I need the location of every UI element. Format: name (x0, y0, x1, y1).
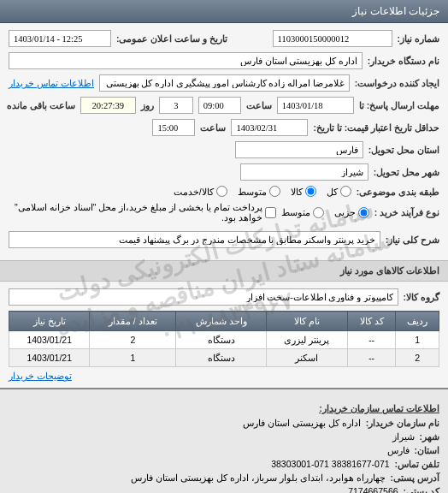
goods-group-label: گروه کالا: (404, 292, 439, 302)
requester-label: ایجاد کننده درخواست: (355, 78, 439, 88)
response-time-label: ساعت (246, 100, 272, 110)
time-left-unit: ساعت باقی مانده (7, 100, 75, 110)
response-time-input[interactable] (198, 97, 241, 114)
radio-medium[interactable]: متوسط (238, 186, 280, 197)
contact-title: اطلاعات تماس سازمان خریدار: (9, 403, 439, 414)
price-validity-time-label: ساعت (200, 122, 226, 133)
panel-header: جزئیات اطلاعات نیاز (0, 0, 448, 23)
price-validity-date-input[interactable] (231, 119, 308, 136)
need-summary-input[interactable] (9, 231, 380, 248)
address-label: آدرس پستی: (391, 472, 439, 483)
goods-section-title: اطلاعات کالاهای مورد نیاز (0, 260, 448, 282)
need-number-label: شماره نیاز: (398, 33, 439, 44)
city-label: شهر: (420, 431, 440, 442)
response-deadline-label: مهلت ارسال پاسخ: تا (359, 100, 439, 110)
city-value: شیراز (392, 431, 415, 442)
requester-input[interactable] (99, 74, 350, 92)
radio-goods[interactable]: کالا (291, 186, 316, 197)
treasury-check[interactable]: پرداخت تمام یا بخشی از مبلغ خرید،از محل … (9, 202, 276, 223)
delivery-province-label: استان محل تحویل: (368, 145, 439, 155)
buyer-contact-link[interactable]: اطلاعات تماس خریدار (9, 78, 94, 88)
th-unit: واحد شمارش (176, 312, 267, 331)
public-date-label: تاریخ و ساعت اعلان عمومی: (116, 33, 227, 44)
th-code: کد کالا (347, 312, 396, 331)
contact-details: اطلاعات تماس سازمان خریدار: نام سازمان خ… (0, 388, 448, 493)
table-row[interactable]: 1 -- پرینتر لیزری دستگاه 2 1403/01/21 (9, 331, 439, 349)
panel-title: جزئیات اطلاعات نیاز (352, 5, 439, 17)
need-number-input[interactable] (273, 30, 392, 47)
org-label: نام سازمان خریدار: (366, 418, 439, 428)
public-date-input[interactable] (9, 30, 111, 47)
table-row[interactable]: 2 -- اسکنر دستگاه 1 1403/01/21 (9, 349, 439, 367)
th-name: نام کالا (266, 312, 347, 331)
postal-label: کد پستی: (404, 486, 439, 493)
phone-label: تلفن تماس: (395, 459, 439, 469)
days-left-unit: روز (141, 100, 154, 110)
goods-table: ردیف کد کالا نام کالا واحد شمارش تعداد /… (9, 311, 439, 367)
price-validity-label: حداقل تاریخ اعتبار قیمت: تا تاریخ: (313, 122, 439, 133)
buyer-org-input[interactable] (9, 52, 363, 69)
buyer-org-label: نام دستگاه خریدار: (368, 56, 439, 66)
purchase-type-label: نوع فرآیند خرید : (374, 207, 439, 217)
delivery-city-label: شهر محل تحویل: (374, 167, 439, 177)
purchase-type-radios: جزیی متوسط (281, 207, 369, 218)
price-validity-time-input[interactable] (152, 119, 195, 136)
form-section: شماره نیاز: تاریخ و ساعت اعلان عمومی: نا… (0, 23, 448, 260)
th-row: ردیف (396, 312, 439, 331)
goods-group-input[interactable] (9, 288, 398, 306)
topic-category-radios: کل کالا متوسط کالا/خدمت (174, 186, 351, 197)
time-left-input (80, 97, 136, 114)
th-qty: تعداد / مقدار (90, 312, 176, 331)
topic-category-label: طبقه بندی موضوعی: (357, 187, 439, 197)
radio-all[interactable]: کل (327, 186, 351, 197)
province-label: استان: (415, 445, 440, 455)
province-value: فارس (387, 445, 410, 455)
goods-section: گروه کالا: ردیف کد کالا نام کالا واحد شم… (0, 282, 448, 388)
need-summary-label: شرح کلی نیاز: (386, 235, 439, 245)
th-date: تاریخ نیاز (9, 312, 90, 331)
radio-micro[interactable]: جزیی (334, 207, 369, 218)
delivery-city-input[interactable] (240, 163, 368, 181)
specs-link[interactable]: توضیحات خریدار (9, 371, 72, 381)
postal-value: 7174667566 (348, 486, 398, 493)
days-left-input (159, 97, 193, 114)
address-value: چهارراه هوابرد، ابتدای بلوار سرباز، ادار… (131, 472, 385, 483)
delivery-province-input[interactable] (235, 141, 363, 158)
radio-medium2[interactable]: متوسط (281, 207, 324, 218)
phone-value: 38381677-071 38303001-071 (271, 459, 389, 469)
response-date-input[interactable] (277, 97, 354, 114)
org-value: اداره کل بهزیستی استان فارس (243, 418, 361, 428)
radio-goods-service[interactable]: کالا/خدمت (174, 186, 227, 197)
